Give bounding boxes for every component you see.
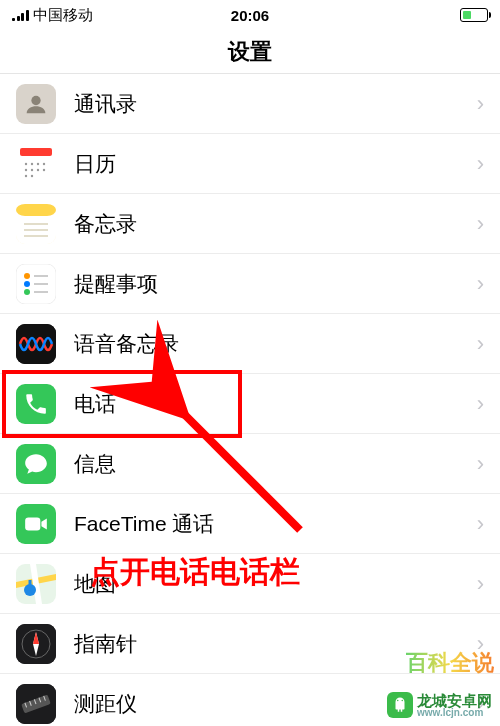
chevron-right-icon: › (477, 391, 484, 417)
chevron-right-icon: › (477, 91, 484, 117)
chevron-right-icon: › (477, 151, 484, 177)
chevron-right-icon: › (477, 331, 484, 357)
carrier-label: 中国移动 (33, 6, 93, 25)
settings-row-voicememo[interactable]: 语音备忘录› (0, 314, 500, 374)
chevron-right-icon: › (477, 271, 484, 297)
row-label: FaceTime 通话 (74, 510, 477, 538)
svg-point-3 (25, 162, 27, 164)
svg-point-5 (37, 162, 39, 164)
settings-row-notes[interactable]: 备忘录› (0, 194, 500, 254)
settings-row-maps[interactable]: 地图› (0, 554, 500, 614)
chevron-right-icon: › (477, 691, 484, 717)
svg-rect-2 (20, 148, 52, 156)
row-label: 指南针 (74, 630, 477, 658)
settings-row-phone[interactable]: 电话› (0, 374, 500, 434)
settings-row-measure[interactable]: 测距仪› (0, 674, 500, 726)
measure-icon (16, 684, 56, 724)
settings-row-facetime[interactable]: FaceTime 通话› (0, 494, 500, 554)
settings-row-reminders[interactable]: 提醒事项› (0, 254, 500, 314)
svg-point-10 (43, 168, 45, 170)
chevron-right-icon: › (477, 451, 484, 477)
svg-point-4 (31, 162, 33, 164)
svg-rect-14 (16, 204, 56, 216)
row-label: 提醒事项 (74, 270, 477, 298)
settings-row-contacts[interactable]: 通讯录› (0, 74, 500, 134)
svg-point-20 (24, 281, 30, 287)
facetime-icon (16, 504, 56, 544)
settings-row-messages[interactable]: 信息› (0, 434, 500, 494)
svg-point-21 (24, 289, 30, 295)
messages-icon (16, 444, 56, 484)
reminders-icon (16, 264, 56, 304)
row-label: 测距仪 (74, 690, 477, 718)
row-label: 地图 (74, 570, 477, 598)
status-left: 中国移动 (12, 6, 93, 25)
svg-point-19 (24, 273, 30, 279)
row-label: 通讯录 (74, 90, 477, 118)
settings-row-calendar[interactable]: 日历› (0, 134, 500, 194)
row-label: 电话 (74, 390, 477, 418)
signal-icon (12, 9, 29, 21)
svg-point-0 (31, 95, 40, 104)
status-bar: 中国移动 20:06 (0, 0, 500, 30)
svg-rect-26 (25, 517, 40, 530)
svg-point-7 (25, 168, 27, 170)
contacts-icon (16, 84, 56, 124)
row-label: 语音备忘录 (74, 330, 477, 358)
svg-point-11 (25, 174, 27, 176)
settings-list: 通讯录›日历›备忘录›提醒事项›语音备忘录›电话›信息›FaceTime 通话›… (0, 74, 500, 726)
clock: 20:06 (231, 7, 269, 24)
calendar-icon (16, 144, 56, 184)
chevron-right-icon: › (477, 571, 484, 597)
row-label: 备忘录 (74, 210, 477, 238)
chevron-right-icon: › (477, 631, 484, 657)
notes-icon (16, 204, 56, 244)
chevron-right-icon: › (477, 211, 484, 237)
status-right (460, 8, 488, 22)
chevron-right-icon: › (477, 511, 484, 537)
phone-icon (16, 384, 56, 424)
row-label: 日历 (74, 150, 477, 178)
svg-point-6 (43, 162, 45, 164)
page-title: 设置 (0, 30, 500, 74)
compass-icon (16, 624, 56, 664)
settings-row-compass[interactable]: 指南针› (0, 614, 500, 674)
battery-icon (460, 8, 488, 22)
svg-point-9 (37, 168, 39, 170)
maps-icon (16, 564, 56, 604)
voicememo-icon (16, 324, 56, 364)
svg-point-12 (31, 174, 33, 176)
row-label: 信息 (74, 450, 477, 478)
svg-point-8 (31, 168, 33, 170)
